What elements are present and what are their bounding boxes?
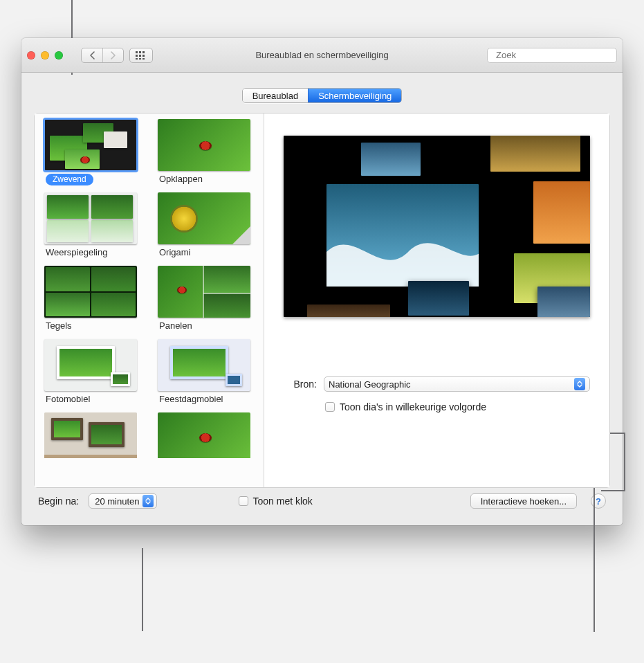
hot-corners-label: Interactieve hoeken...	[481, 496, 567, 507]
screensaver-item-tegels[interactable]: Tegels	[44, 266, 137, 335]
pane-body: Bureaublad Schermbeveiliging	[21, 73, 623, 525]
screensaver-label: Fotomobiel	[46, 394, 137, 404]
back-button[interactable]	[82, 48, 102, 62]
random-order-label: Toon dia's in willekeurige volgorde	[340, 401, 486, 412]
start-after-popup[interactable]: 20 minuten	[89, 493, 156, 509]
source-label: Bron:	[284, 379, 317, 390]
screensaver-item-feestdagmobiel[interactable]: Feestdagmobiel	[158, 339, 250, 408]
help-button[interactable]: ?	[591, 493, 606, 509]
screensaver-label: Opklappen	[159, 174, 250, 184]
prefs-window: Bureaublad en schermbeveiliging Bureaubl…	[21, 38, 623, 525]
svg-rect-1	[139, 51, 141, 53]
screensaver-item-origami[interactable]: Origami	[158, 192, 250, 262]
svg-rect-0	[136, 51, 138, 53]
svg-rect-6	[136, 58, 138, 60]
screensaver-item-extra-2[interactable]	[158, 412, 250, 458]
screensaver-label: Origami	[159, 247, 250, 257]
screensaver-item-panelen[interactable]: Panelen	[158, 266, 250, 335]
checkbox-icon	[239, 496, 248, 506]
window-controls	[27, 51, 63, 60]
footer: Begin na: 20 minuten Toon met klok Inter…	[21, 488, 623, 517]
checkbox-icon	[325, 402, 335, 412]
show-clock-checkbox[interactable]: Toon met klok	[239, 496, 313, 507]
minimize-icon[interactable]	[41, 51, 49, 60]
start-after-value: 20 minuten	[95, 496, 139, 507]
close-icon[interactable]	[27, 51, 35, 60]
show-all-button[interactable]	[129, 48, 153, 63]
svg-rect-8	[142, 58, 145, 60]
tab-screensaver[interactable]: Schermbeveiliging	[308, 89, 401, 102]
chevron-updown-icon	[142, 495, 154, 507]
zoom-icon[interactable]	[55, 51, 63, 60]
tab-desktop[interactable]: Bureaublad	[243, 89, 309, 102]
search-field[interactable]	[487, 48, 617, 63]
screensaver-preview	[284, 136, 590, 317]
screensaver-label: Zwevend	[46, 174, 93, 185]
screensaver-label: Tegels	[46, 320, 137, 331]
screensaver-list: Zwevend Opklappen	[35, 113, 264, 487]
titlebar: Bureaublad en schermbeveiliging	[21, 38, 623, 73]
tab-bar: Bureaublad Schermbeveiliging	[21, 88, 623, 103]
svg-rect-3	[136, 55, 138, 57]
screensaver-item-opklappen[interactable]: Opklappen	[158, 119, 250, 188]
screensaver-item-fotomobiel[interactable]: Fotomobiel	[44, 339, 137, 408]
screensaver-label: Weerspiegeling	[46, 247, 137, 257]
screensaver-item-zwevend[interactable]: Zwevend	[44, 119, 137, 188]
source-popup[interactable]: National Geographic	[324, 376, 590, 392]
help-glyph: ?	[596, 496, 601, 507]
options-panel: Bron: National Geographic T	[264, 113, 609, 487]
forward-button[interactable]	[102, 48, 123, 62]
screensaver-label: Feestdagmobiel	[159, 394, 250, 404]
screensaver-label: Panelen	[159, 320, 250, 331]
start-after-label: Begin na:	[38, 496, 79, 507]
content-pane: Zwevend Opklappen	[34, 113, 610, 488]
source-value: National Geographic	[329, 379, 411, 390]
svg-rect-2	[142, 51, 145, 53]
svg-rect-4	[139, 55, 141, 57]
chevron-updown-icon	[574, 378, 585, 390]
search-input[interactable]	[495, 49, 614, 61]
hot-corners-button[interactable]: Interactieve hoeken...	[470, 493, 577, 509]
svg-rect-7	[139, 58, 141, 60]
nav-back-forward	[81, 48, 124, 63]
show-clock-label: Toon met klok	[253, 496, 313, 507]
random-order-checkbox[interactable]: Toon dia's in willekeurige volgorde	[325, 401, 590, 412]
svg-rect-5	[142, 55, 145, 57]
screensaver-item-weerspiegeling[interactable]: Weerspiegeling	[44, 192, 137, 262]
screensaver-item-extra-1[interactable]	[44, 412, 137, 458]
